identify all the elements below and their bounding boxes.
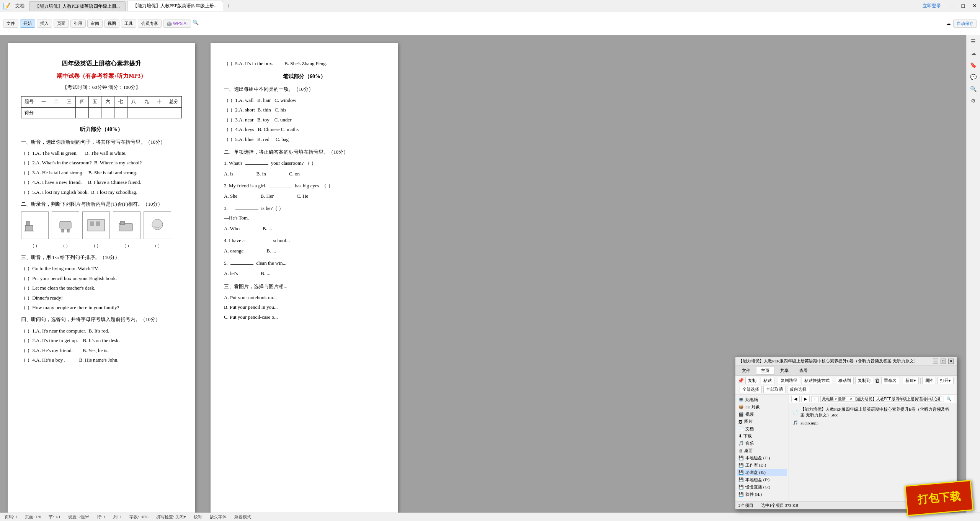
fe-title: 【能力培优】人教PEP版四年级上册英语期中核心素养提升B卷（含听力音频及答案 无… (738, 358, 918, 364)
table-row2-0: 得分 (21, 107, 37, 118)
svg-rect-4 (62, 229, 64, 232)
fe-delete-icon[interactable]: 🗑 (875, 378, 880, 384)
cloud-icon: ☁ (946, 21, 951, 27)
fe-paste-shortcut-button[interactable]: 粘贴快捷方式 (802, 377, 832, 384)
p2-q2-4: 4. I have a school... (224, 236, 385, 245)
status-spell: 拼写检查: 关闭▾ (156, 514, 186, 520)
fe-copy-button[interactable]: 复制 (745, 377, 759, 384)
sidebar-gear-icon[interactable]: ⚙ (971, 98, 976, 104)
fe-tab-home[interactable]: 主页 (756, 367, 774, 375)
q4-item-4: （ ）4.A. He's a boy . B. His name's John. (21, 356, 182, 364)
fe-sidebar-downloads[interactable]: ⬇下载 (737, 433, 787, 440)
menu-tools[interactable]: 工具 (121, 20, 136, 28)
fe-nav-search-button[interactable]: 🔍 (944, 396, 954, 402)
sidebar-search-icon[interactable]: 🔍 (970, 86, 977, 92)
fe-copy-path-button[interactable]: 复制路径 (778, 377, 800, 384)
fe-sidebar-docs[interactable]: 📄文档 (737, 425, 787, 433)
menu-wps-ai[interactable]: 🤖 WPS AI (163, 20, 191, 28)
status-mode: 兼容模式 (234, 514, 251, 520)
fe-file-doc-icon: 📄 (793, 410, 798, 415)
fe-maximize-button[interactable]: □ (941, 359, 946, 364)
fe-sidebar-pictures[interactable]: 🖼图片 (737, 418, 787, 425)
fe-file-mp3[interactable]: 🎵 audio.mp3 (791, 419, 955, 426)
fe-sidebar-desktop[interactable]: 🖥桌面 (737, 447, 787, 454)
add-tab-button[interactable]: + (226, 3, 230, 10)
fe-sidebar-c[interactable]: 💾本地磁盘 (C:) (737, 454, 787, 462)
close-button[interactable]: ✕ (972, 3, 977, 9)
fe-sidebar-d[interactable]: 💾工作室 (D:) (737, 462, 787, 469)
q1-item-2: （ ）2.A. What's in the classroom? B. Wher… (21, 158, 182, 167)
tab-2[interactable]: 【能力培优】人教PEP版英语四年级上册... (127, 1, 224, 11)
fe-rename-button[interactable]: 重命名 (881, 377, 899, 384)
fe-invert-select-button[interactable]: 反向选择 (787, 386, 809, 393)
fe-sidebar-g[interactable]: 💾慢慢直播 (G:) (737, 483, 787, 491)
fe-sidebar-e[interactable]: 💾老磁盘 (E:) (737, 469, 787, 476)
tab-1[interactable]: 【能力培优】人教PEP版英语四年级上册... (29, 1, 126, 11)
sidebar-toggle-icon[interactable]: ☰ (971, 38, 976, 45)
fe-tab-view[interactable]: 查看 (794, 367, 813, 375)
table-header-10: 十 (153, 97, 166, 108)
fe-sidebar-music[interactable]: 🎵音乐 (737, 440, 787, 447)
app-name: 文档 (15, 3, 24, 9)
fe-pin-icon[interactable]: 📌 (738, 378, 744, 384)
cap-3: （ ） (82, 242, 110, 250)
fe-sidebar-3d[interactable]: 📦3D 对象 (737, 403, 787, 411)
fe-copy-to-button[interactable]: 复制到 (855, 377, 873, 384)
register-button[interactable]: 立即登录 (923, 3, 941, 9)
download-badge[interactable]: 打包下载 (905, 480, 973, 516)
table-row2-7 (114, 107, 127, 118)
subsection1: 一、听音，选出你所听到的句子，将其序号写在括号里。（10分） (21, 138, 182, 146)
menu-review[interactable]: 审阅 (87, 20, 103, 28)
fe-back-button[interactable]: ◀ (791, 396, 800, 402)
menu-home[interactable]: 开始 (20, 20, 35, 28)
p2-q2-1-opts: A. isB. inC. on (224, 169, 385, 178)
p2-q3-B: B. Put your pencil in you... (224, 303, 385, 311)
fe-forward-button[interactable]: ▶ (801, 396, 810, 402)
sidebar-comment-icon[interactable]: 💬 (970, 74, 977, 80)
cap-2: （ ） (52, 242, 79, 250)
fe-select-all-button[interactable]: 全部选择 (740, 386, 762, 393)
table-row2-10 (153, 107, 166, 118)
menu-insert[interactable]: 插入 (37, 20, 52, 28)
sidebar-bookmark-icon[interactable]: 🔖 (970, 62, 977, 69)
fe-open-button[interactable]: 打开▾ (938, 377, 954, 384)
fe-up-button[interactable]: ↑ (811, 396, 819, 402)
p2-q1-2: （ ）2.A. short B. thin C. his (224, 105, 385, 114)
maximize-button[interactable]: □ (962, 3, 965, 9)
fe-deselect-all-button[interactable]: 全部取消 (763, 386, 786, 393)
fe-move-to-button[interactable]: 移动到 (836, 377, 854, 384)
fe-sidebar-video[interactable]: 🎬视频 (737, 411, 787, 418)
fe-sidebar-f[interactable]: 💾本地磁盘 (F:) (737, 476, 787, 483)
fe-sidebar-computer[interactable]: 💻此电脑 (737, 396, 787, 403)
q1-item-1: （ ）1.A. The wall is green. B. The wall i… (21, 149, 182, 157)
p2-q2-1: 1. What's your classroom? （ ） (224, 159, 385, 167)
fe-close-button[interactable]: ✕ (948, 359, 954, 364)
fe-minimize-button[interactable]: ─ (933, 359, 938, 364)
menu-view[interactable]: 视图 (104, 20, 119, 28)
img-5 (144, 211, 171, 239)
menu-page[interactable]: 页面 (54, 20, 69, 28)
menu-member[interactable]: 会员专享 (138, 20, 162, 28)
page1-info: 【考试时间：60分钟 满分：100分】 (21, 83, 182, 92)
svg-rect-0 (25, 225, 33, 231)
fe-file-mp3-name: audio.mp3 (800, 421, 818, 425)
p2-q2-2: 2. My friend is a girl. has big eyes. （ … (224, 181, 385, 190)
sidebar-cloud-icon[interactable]: ☁ (971, 50, 976, 57)
fe-path-input[interactable] (820, 396, 942, 402)
table-row2-8 (127, 107, 140, 118)
minimize-button[interactable]: ─ (950, 3, 954, 9)
fe-divider-2 (834, 378, 834, 384)
fe-paste-button[interactable]: 粘贴 (761, 377, 774, 384)
fe-sidebar-h[interactable]: 💾软件 (H:) (737, 491, 787, 498)
fe-tab-share[interactable]: 共享 (775, 367, 794, 375)
q3-item-3: （ ）Let me clean the teacher's desk. (21, 283, 182, 292)
fe-file-doc[interactable]: 📄 【能力培优】人教PEP版四年级上册英语期中核心素养提升B卷（含听力音频及答案… (791, 405, 955, 419)
fe-tab-file[interactable]: 文件 (737, 367, 755, 375)
menu-file[interactable]: 文件 (3, 20, 18, 28)
p2-q2-2-opts: A. SheB. HerC. He (224, 192, 385, 200)
fe-props-button[interactable]: 属性 (922, 377, 936, 384)
fe-divider-5 (738, 387, 738, 393)
fe-new-item-button[interactable]: 新建▾ (903, 377, 919, 384)
menu-ref[interactable]: 引用 (70, 20, 86, 28)
save-cloud-button[interactable]: 自动保存 (953, 20, 977, 28)
